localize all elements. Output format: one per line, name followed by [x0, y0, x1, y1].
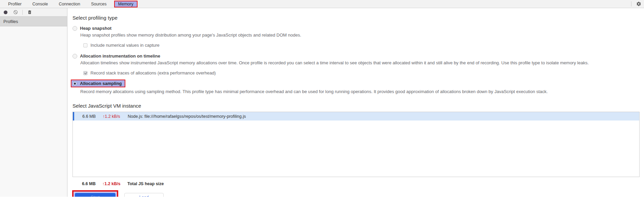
- checkbox-record-stack-traces: Record stack traces of allocations (extr…: [83, 70, 640, 75]
- radio-label: Allocation instrumentation on timeline: [80, 53, 160, 59]
- total-heap-memory: 6.6 MB: [82, 181, 102, 186]
- tab-profiler[interactable]: Profiler: [6, 1, 24, 7]
- checkbox-icon[interactable]: [83, 43, 87, 47]
- total-heap-summary: 6.6 MB ↑1.2 kB/s Total JS heap size: [72, 181, 640, 186]
- memory-launch-panel: Select profiling type Heap snapshot Heap…: [67, 8, 644, 197]
- action-buttons: Start Load: [72, 190, 640, 197]
- vm-instance-name: Node.js: file:///home/rafaelgss/repos/os…: [128, 114, 246, 119]
- start-button-annotation-box: Start: [72, 190, 118, 197]
- toolbar-separator: [22, 10, 23, 15]
- radio-allocation-timeline[interactable]: Allocation instrumentation on timeline: [72, 53, 640, 59]
- vm-allocation-rate: ↑1.2 kB/s: [103, 114, 128, 119]
- memory-panel-toolbar: [0, 8, 67, 17]
- radio-label: Heap snapshot: [80, 26, 111, 31]
- tabbar-separator: [631, 1, 631, 6]
- vm-instance-row[interactable]: 6.6 MB ↑1.2 kB/s Node.js: file:///home/r…: [73, 112, 639, 121]
- profiling-type-heading: Select profiling type: [72, 15, 640, 21]
- heap-snapshot-description: Heap snapshot profiles show memory distr…: [80, 32, 640, 38]
- radio-button-icon[interactable]: [72, 54, 77, 59]
- radio-allocation-sampling-annotated[interactable]: Allocation sampling: [71, 80, 125, 87]
- radio-heap-snapshot[interactable]: Heap snapshot: [72, 26, 640, 31]
- radio-button-icon[interactable]: [72, 81, 77, 86]
- vm-instance-list: 6.6 MB ↑1.2 kB/s Node.js: file:///home/r…: [72, 112, 640, 177]
- delete-profile-icon[interactable]: [27, 9, 32, 15]
- radio-label: Allocation sampling: [80, 81, 122, 86]
- load-button[interactable]: Load: [124, 193, 164, 197]
- settings-gear-icon[interactable]: [636, 1, 641, 6]
- tab-console[interactable]: Console: [30, 1, 50, 7]
- devtools-tabbar: Profiler Console Connection Sources Memo…: [0, 0, 644, 8]
- allocation-timeline-description: Allocation timelines show instrumented J…: [80, 60, 640, 65]
- checkbox-label: Record stack traces of allocations (extr…: [90, 70, 216, 75]
- checkbox-label: Include numerical values in capture: [90, 43, 160, 48]
- vm-instance-heading: Select JavaScript VM instance: [72, 103, 640, 109]
- sidebar-item-profiles[interactable]: Profiles: [0, 17, 67, 26]
- radio-button-icon[interactable]: [72, 26, 77, 31]
- tab-sources[interactable]: Sources: [89, 1, 109, 7]
- allocation-sampling-description: Record memory allocations using sampling…: [80, 89, 640, 94]
- tabbar-right-group: [631, 1, 641, 6]
- total-heap-rate: ↑1.2 kB/s: [102, 181, 127, 186]
- tab-connection[interactable]: Connection: [57, 1, 82, 7]
- profiles-header-label: Profiles: [3, 19, 18, 24]
- start-button[interactable]: Start: [75, 193, 116, 197]
- profiles-sidebar: Profiles: [0, 8, 67, 197]
- total-heap-label: Total JS heap size: [127, 181, 164, 186]
- checkbox-include-numerical-values[interactable]: Include numerical values in capture: [83, 43, 640, 48]
- tab-memory[interactable]: Memory: [114, 1, 138, 7]
- clear-all-profiles-icon[interactable]: [13, 9, 18, 15]
- record-profile-icon[interactable]: [3, 9, 8, 15]
- vm-memory-value: 6.6 MB: [82, 114, 103, 119]
- checkbox-icon: [83, 71, 87, 75]
